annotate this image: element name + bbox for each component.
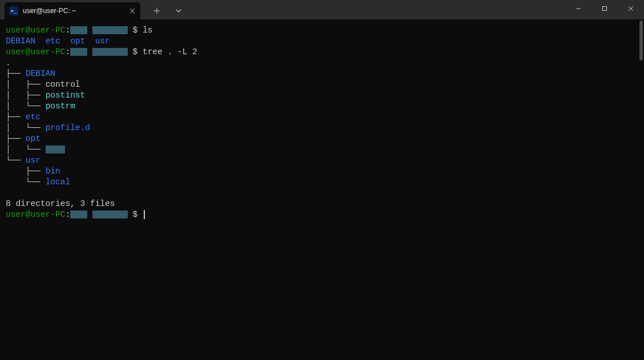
tab-dropdown-button[interactable] — [169, 2, 188, 19]
tab-title: user@user-PC: ~ — [23, 7, 76, 15]
ls-output: DEBIAN etc opt usr — [6, 36, 638, 47]
maximize-button[interactable] — [592, 0, 618, 17]
terminal-body[interactable]: user@user-PC: $ ls DEBIAN etc opt usr us… — [0, 19, 644, 360]
redacted-path — [70, 211, 87, 219]
tree-line: ├── DEBIAN — [6, 68, 638, 79]
redacted-path — [92, 26, 128, 34]
tree-line: └── usr — [6, 155, 638, 166]
tree-line: │ └── profile.d — [6, 123, 638, 134]
tree-line: │ └── postrm — [6, 101, 638, 112]
tree-line: ├── opt — [6, 134, 638, 144]
dir-name: etc — [46, 37, 60, 46]
svg-rect-0 — [603, 7, 607, 11]
redacted-dir — [46, 145, 65, 153]
prompt-sep: : — [65, 47, 70, 56]
tree-line: │ ├── postinst — [6, 90, 638, 101]
command-ls: ls — [143, 26, 152, 35]
prompt-dollar: $ — [133, 47, 138, 56]
tree-line: │ ├── control — [6, 79, 638, 90]
prompt-sep: : — [65, 210, 70, 219]
dir-name: DEBIAN — [6, 37, 35, 46]
prompt-dollar: $ — [133, 26, 138, 35]
powershell-icon — [9, 6, 18, 15]
tree-root: . — [6, 58, 638, 68]
tab-close-button[interactable] — [128, 6, 137, 15]
prompt-sep: : — [65, 26, 70, 35]
titlebar: user@user-PC: ~ — [0, 0, 644, 19]
cursor — [144, 210, 145, 219]
tree-line: │ └── — [6, 144, 638, 155]
new-tab-button[interactable] — [147, 2, 167, 19]
tree-line: └── local — [6, 177, 638, 188]
prompt-line-2: user@user-PC: $ tree . -L 2 — [6, 47, 638, 58]
prompt-line-3: user@user-PC: $ — [6, 209, 638, 220]
redacted-path — [92, 48, 128, 56]
tree-line: ├── etc — [6, 112, 638, 123]
dir-name: opt — [70, 37, 85, 46]
prompt-user-host: user@user-PC — [6, 26, 65, 35]
tab-terminal[interactable]: user@user-PC: ~ — [5, 2, 140, 19]
redacted-path — [70, 48, 87, 56]
minimize-button[interactable] — [565, 0, 592, 17]
prompt-user-host: user@user-PC — [6, 210, 65, 219]
prompt-line-1: user@user-PC: $ ls — [6, 25, 638, 36]
scrollbar-thumb[interactable] — [639, 21, 643, 60]
command-tree: tree . -L 2 — [143, 47, 197, 56]
dir-name: usr — [95, 37, 110, 46]
prompt-user-host: user@user-PC — [6, 47, 65, 56]
close-window-button[interactable] — [618, 0, 644, 17]
prompt-dollar: $ — [133, 210, 138, 219]
tree-summary: 8 directories, 3 files — [6, 199, 638, 209]
redacted-path — [92, 211, 128, 219]
redacted-path — [70, 26, 87, 34]
blank-line — [6, 188, 638, 199]
tree-line: ├── bin — [6, 166, 638, 177]
